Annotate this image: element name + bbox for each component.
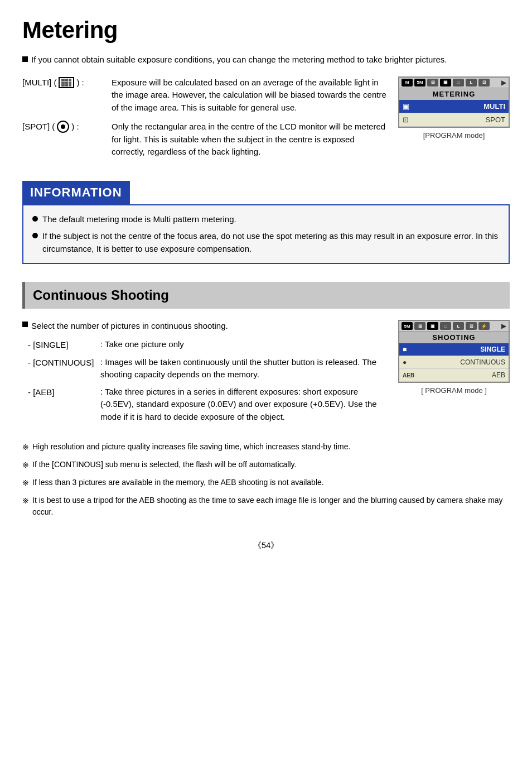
cs-continuous-row: - [CONTINUOUS] : Images will be taken co… bbox=[28, 356, 387, 381]
cs-single-label: - [SINGLE] bbox=[28, 338, 100, 352]
info-bullet-1 bbox=[32, 216, 38, 222]
cs-rows: - [SINGLE] : Take one picture only - [CO… bbox=[28, 338, 387, 424]
metering-left: [MULTI] ( ) : Exposure will be calculate… bbox=[22, 76, 398, 165]
cs-arrow-icon: ▶ bbox=[501, 322, 506, 330]
note-1: ※ High resolution and picture quality in… bbox=[22, 441, 510, 453]
cs-intro-text: Select the number of pictures in continu… bbox=[31, 320, 228, 333]
info-item-2: If the subject is not the centre of the … bbox=[32, 230, 500, 255]
multi-desc: Exposure will be calculated based on an … bbox=[112, 76, 387, 114]
cs-flash-icon: ⚡ bbox=[478, 322, 490, 330]
multi-grid-icon bbox=[61, 79, 71, 87]
cs-single-menu-label: SINGLE bbox=[480, 346, 505, 353]
multi-label: [MULTI] ( bbox=[22, 76, 56, 89]
metering-program-mode: [PROGRAM mode] bbox=[398, 131, 510, 140]
cam-rect-icon: ▣ bbox=[440, 79, 451, 87]
information-section: INFORMATION The default metering mode is… bbox=[22, 181, 510, 265]
cam-arrow-icon: ▶ bbox=[501, 79, 506, 87]
metering-content: [MULTI] ( ) : Exposure will be calculate… bbox=[22, 76, 510, 165]
cs-bullet-icon bbox=[22, 322, 28, 327]
cs-l-icon: L bbox=[453, 322, 464, 330]
cs-aeb-label: - [AEB] bbox=[28, 386, 100, 399]
note-symbol-2: ※ bbox=[22, 459, 29, 471]
cs-program-mode: [ PROGRAM mode ] bbox=[398, 386, 510, 395]
metering-spot-icon: ⊡ bbox=[403, 116, 409, 124]
note-text-4: It is best to use a tripod for the AEB s… bbox=[32, 495, 510, 518]
note-symbol-3: ※ bbox=[22, 477, 29, 489]
cam-m-icon: M bbox=[402, 79, 413, 87]
spot-desc: Only the rectangular area in the centre … bbox=[112, 121, 387, 159]
cs-single-desc: : Take one picture only bbox=[100, 338, 387, 351]
metering-intro-text: If you cannot obtain suitable exposure c… bbox=[31, 54, 447, 66]
cam-grid-icon: ⊞ bbox=[427, 79, 438, 87]
cs-single-menu-icon: ■ bbox=[403, 346, 407, 353]
spot-row: [SPOT] ( ) : Only the rectangular area i… bbox=[22, 121, 387, 159]
cs-sq-icon: □ bbox=[440, 322, 451, 330]
cs-circ-icon: ⊡ bbox=[466, 322, 477, 330]
cam-l-icon: L bbox=[466, 79, 477, 87]
cs-menu-title: SHOOTING bbox=[399, 332, 509, 343]
metering-multi-item: ▣ MULTI bbox=[399, 100, 509, 113]
note-text-3: If less than 3 pictures are available in… bbox=[32, 477, 324, 488]
cam-5m-icon: 5M bbox=[414, 79, 425, 87]
cs-left: Select the number of pictures in continu… bbox=[22, 320, 398, 428]
metering-multi-label: MULTI bbox=[483, 102, 505, 111]
note-2: ※ If the [CONTINOUS] sub menu is selecte… bbox=[22, 459, 510, 471]
cam-sq-icon: □ bbox=[453, 79, 464, 87]
cs-aeb-row: - [AEB] : Take three pictures in a serie… bbox=[28, 386, 387, 424]
cs-5m-icon: 5M bbox=[402, 322, 413, 330]
cs-aeb-menu-item: AEB AEB bbox=[399, 369, 509, 382]
cs-camera-screen: 5M ⊞ ▣ □ L ⊡ ⚡ ▶ SHOOTING ■ SINGLE ● CON… bbox=[398, 320, 510, 383]
info-item-1: The default metering mode is Multi patte… bbox=[32, 213, 500, 226]
metering-spot-label: SPOT bbox=[486, 116, 505, 124]
info-text-1: The default metering mode is Multi patte… bbox=[42, 213, 236, 226]
multi-label-end: ) : bbox=[76, 76, 84, 89]
cs-rect-icon: ▣ bbox=[427, 322, 438, 330]
multi-icon bbox=[59, 77, 74, 88]
cs-content: Select the number of pictures in continu… bbox=[22, 320, 510, 428]
note-3: ※ If less than 3 pictures are available … bbox=[22, 477, 510, 489]
spot-label-part: [SPOT] ( ) : bbox=[22, 121, 112, 133]
cs-continuous-label: - [CONTINUOUS] bbox=[28, 356, 100, 370]
multi-row: [MULTI] ( ) : Exposure will be calculate… bbox=[22, 76, 387, 114]
information-body: The default metering mode is Multi patte… bbox=[22, 204, 510, 265]
cs-camera-screen-container: 5M ⊞ ▣ □ L ⊡ ⚡ ▶ SHOOTING ■ SINGLE ● CON… bbox=[398, 320, 510, 395]
info-bullet-2 bbox=[32, 233, 38, 238]
information-header: INFORMATION bbox=[22, 181, 130, 204]
multi-label-part: [MULTI] ( ) : bbox=[22, 76, 112, 89]
cs-aeb-desc: : Take three pictures in a series in dif… bbox=[100, 386, 387, 424]
metering-multi-icon: ▣ bbox=[403, 102, 409, 111]
spot-icon bbox=[57, 121, 69, 133]
bullet-icon bbox=[22, 56, 28, 62]
cs-aeb-menu-label: AEB bbox=[492, 371, 505, 379]
metering-menu-title: METERING bbox=[399, 88, 509, 100]
note-4: ※ It is best to use a tripod for the AEB… bbox=[22, 495, 510, 518]
info-text-2: If the subject is not the centre of the … bbox=[42, 230, 500, 255]
continuous-shooting-header: Continuous Shooting bbox=[22, 282, 510, 309]
metering-spot-item: ⊡ SPOT bbox=[399, 113, 509, 127]
cs-continuous-menu-icon: ● bbox=[403, 358, 407, 366]
spot-label: [SPOT] ( bbox=[22, 121, 55, 133]
metering-top-bar: M 5M ⊞ ▣ □ L ⊡ ▶ bbox=[399, 78, 509, 88]
metering-camera-screen: M 5M ⊞ ▣ □ L ⊡ ▶ METERING ▣ MULTI ⊡ SPOT bbox=[398, 76, 510, 128]
note-symbol-4: ※ bbox=[22, 495, 29, 507]
cs-grid-icon: ⊞ bbox=[414, 322, 425, 330]
metering-camera-screen-container: M 5M ⊞ ▣ □ L ⊡ ▶ METERING ▣ MULTI ⊡ SPOT bbox=[398, 76, 510, 140]
cs-single-row: - [SINGLE] : Take one picture only bbox=[28, 338, 387, 352]
cs-continuous-menu-item: ● CONTINUOUS bbox=[399, 356, 509, 369]
page-title: Metering bbox=[22, 17, 510, 44]
note-text-1: High resolution and picture quality incr… bbox=[32, 441, 350, 453]
notes-section: ※ High resolution and picture quality in… bbox=[22, 441, 510, 518]
cs-single-menu-item: ■ SINGLE bbox=[399, 343, 509, 356]
cs-aeb-menu-icon: AEB bbox=[403, 372, 414, 378]
cs-top-bar: 5M ⊞ ▣ □ L ⊡ ⚡ ▶ bbox=[399, 321, 509, 332]
page-footer: 《54》 bbox=[22, 540, 510, 551]
spot-label-end: ) : bbox=[71, 121, 79, 133]
continuous-shooting-section: Continuous Shooting Select the number of… bbox=[22, 282, 510, 518]
continuous-shooting-title: Continuous Shooting bbox=[33, 287, 169, 303]
cs-continuous-desc: : Images will be taken continuously unti… bbox=[100, 356, 387, 381]
cam-circ-icon: ⊡ bbox=[478, 79, 490, 87]
page-number: 《54》 bbox=[253, 540, 279, 551]
cs-intro: Select the number of pictures in continu… bbox=[22, 320, 387, 333]
metering-intro: If you cannot obtain suitable exposure c… bbox=[22, 54, 510, 66]
spot-dot-icon bbox=[61, 124, 65, 129]
